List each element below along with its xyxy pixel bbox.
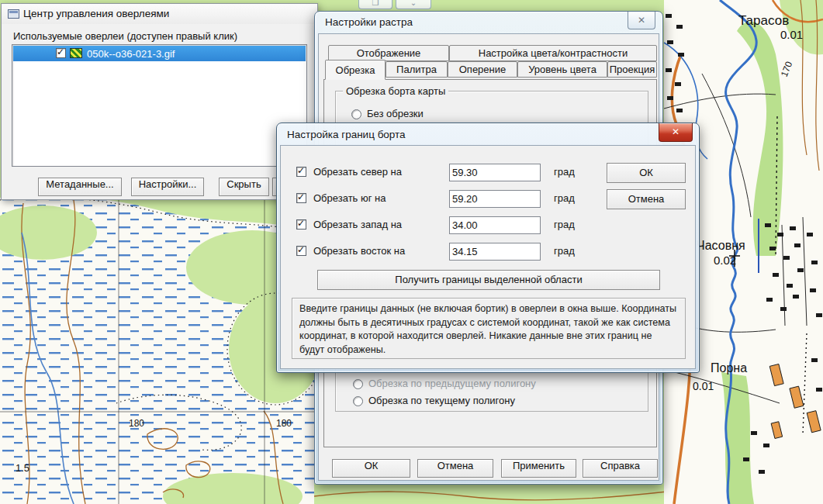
- border-settings-window: Настройка границ борта ✕ ✓ Обрезать севе…: [276, 123, 700, 373]
- raster-ok-button[interactable]: ОК: [332, 459, 410, 478]
- crop-south-input[interactable]: [449, 190, 541, 208]
- crop-north-input[interactable]: [449, 164, 541, 181]
- crop-north-checkbox[interactable]: ✓: [296, 167, 306, 177]
- tab-feathering[interactable]: Оперение: [448, 61, 517, 78]
- crop-north-label: Обрезать север на: [313, 166, 402, 178]
- map-label-tarasov: Тарасов: [738, 13, 789, 28]
- overlay-center-titlebar[interactable]: Центр управления оверлеями: [2, 4, 317, 24]
- chevron-down-icon: ⌄: [410, 0, 417, 7]
- overlay-list-label: Используемые оверлеи (доступен правый кл…: [13, 30, 237, 42]
- check-icon: ✓: [57, 47, 64, 57]
- screen: Тарасов 0.01 Часовня 0.02 Порна 0.01 170…: [0, 0, 823, 504]
- border-settings-close-button[interactable]: ✕: [659, 123, 693, 142]
- tab-color-level[interactable]: Уровень цвета: [517, 61, 607, 78]
- border-help-text: Введите границы данных (не включая борти…: [292, 298, 686, 359]
- overlay-hatch-icon: [70, 48, 82, 58]
- check-icon: ✓: [297, 192, 305, 202]
- overlay-listbox[interactable]: ✓ 050k--o36-021-3.gif: [12, 44, 307, 167]
- overlay-item-checkbox[interactable]: ✓: [56, 48, 66, 58]
- map-label-porna-elev: 0.01: [693, 380, 714, 392]
- close-icon: ✕: [638, 15, 645, 26]
- form-icon: [8, 9, 19, 19]
- crop-west-label: Обрезать запад на: [313, 219, 402, 230]
- tab-crop[interactable]: Обрезка: [325, 60, 386, 80]
- crop-south-unit: град: [554, 192, 575, 204]
- tab-display[interactable]: Отображение: [328, 45, 449, 61]
- map-label-marsh-depth: 1.5: [16, 462, 29, 474]
- crop-east-row: ✓ Обрезать восток на град: [281, 242, 695, 261]
- check-icon: ✓: [297, 218, 305, 229]
- border-settings-titlebar[interactable]: Настройка границ борта: [287, 129, 406, 140]
- current-polygon-radio[interactable]: [353, 396, 363, 406]
- map-label-chapel: Часовня: [697, 239, 745, 252]
- crop-east-label: Обрезать восток на: [313, 245, 405, 257]
- overlay-center-window: Центр управления оверлеями Используемые …: [1, 3, 318, 200]
- overlay-list-item[interactable]: ✓ 050k--o36-021-3.gif: [13, 46, 306, 61]
- crop-east-checkbox[interactable]: ✓: [296, 246, 306, 256]
- map-label-contour-180: 180: [129, 418, 144, 429]
- border-ok-button[interactable]: ОК: [607, 163, 686, 183]
- overlay-item-name: 050k--o36-021-3.gif: [87, 48, 175, 60]
- border-cancel-button[interactable]: Отмена: [607, 189, 686, 209]
- crop-group-label: Обрезка борта карты: [343, 85, 448, 97]
- prev-polygon-label: Обрезка по предыдущему полигону: [368, 378, 536, 389]
- hide-button[interactable]: Скрыть: [219, 178, 269, 196]
- tab-projection[interactable]: Проекция: [607, 61, 657, 78]
- crop-east-input[interactable]: [449, 243, 541, 261]
- restore-icon: ❐: [372, 0, 379, 7]
- prev-polygon-radio[interactable]: [353, 379, 363, 389]
- metadata-button[interactable]: Метаданные...: [38, 178, 122, 196]
- raster-help-button[interactable]: Справка: [583, 459, 658, 478]
- raster-settings-titlebar[interactable]: Настройки растра: [325, 16, 413, 28]
- crop-west-input[interactable]: [449, 216, 541, 234]
- tab-color-contrast[interactable]: Настройка цвета/контрастности: [449, 45, 657, 61]
- close-icon: ✕: [672, 126, 679, 137]
- map-label-porna: Порна: [711, 361, 747, 375]
- raster-settings-close-button[interactable]: ✕: [628, 12, 655, 29]
- get-selection-bounds-button[interactable]: Получить границы выделенной области: [317, 270, 660, 290]
- background-window-restore-button[interactable]: ❐: [358, 0, 392, 9]
- raster-cancel-button[interactable]: Отмена: [417, 459, 493, 478]
- overlay-center-title: Центр управления оверлеями: [23, 8, 169, 19]
- crop-west-checkbox[interactable]: ✓: [296, 219, 306, 230]
- map-label-tarasov-elev: 0.01: [780, 28, 803, 41]
- current-polygon-label: Обрезка по текущему полигону: [368, 395, 515, 406]
- crop-south-checkbox[interactable]: ✓: [296, 193, 306, 203]
- no-crop-radio[interactable]: [351, 109, 361, 119]
- crop-west-row: ✓ Обрезать запад на град: [281, 216, 695, 235]
- map-label-contour-180b: 180: [276, 418, 292, 429]
- check-icon: ✓: [297, 244, 305, 255]
- map-label-chapel-elev: 0.02: [714, 254, 736, 267]
- no-crop-label: Без обрезки: [367, 108, 424, 119]
- tab-palette[interactable]: Палитра: [386, 61, 448, 78]
- raster-apply-button[interactable]: Применить: [501, 459, 576, 478]
- crop-east-unit: град: [554, 245, 575, 257]
- crop-north-unit: град: [554, 166, 575, 178]
- background-window-control-button[interactable]: ⌄: [396, 0, 431, 9]
- crop-south-label: Обрезать юг на: [313, 192, 386, 204]
- border-settings-content: ✓ Обрезать север на град ✓ Обрезать юг н…: [280, 145, 696, 369]
- crop-west-unit: град: [554, 219, 575, 230]
- check-icon: ✓: [297, 165, 305, 176]
- settings-button[interactable]: Настройки...: [131, 178, 204, 196]
